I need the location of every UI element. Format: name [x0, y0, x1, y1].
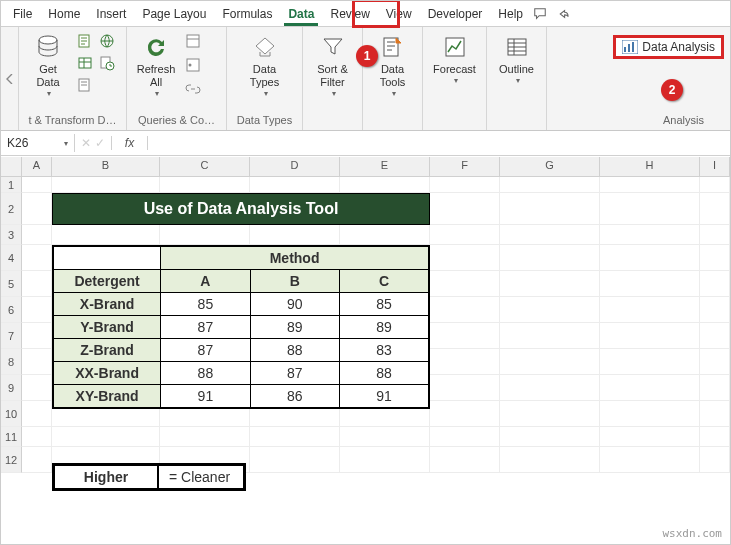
- tab-data[interactable]: Data: [280, 3, 322, 25]
- cell[interactable]: [22, 427, 52, 447]
- cell[interactable]: [600, 297, 700, 323]
- cell[interactable]: [22, 401, 52, 427]
- outline-button[interactable]: Outline ▾: [494, 31, 540, 87]
- cell[interactable]: [500, 349, 600, 375]
- cell[interactable]: [430, 297, 500, 323]
- note-right[interactable]: = Cleaner: [158, 465, 244, 489]
- cell[interactable]: [22, 177, 52, 193]
- cell[interactable]: [500, 271, 600, 297]
- col-A[interactable]: A: [22, 157, 52, 176]
- cell[interactable]: [340, 447, 430, 473]
- from-table-icon[interactable]: [75, 53, 95, 73]
- cell[interactable]: [500, 323, 600, 349]
- cell[interactable]: [500, 375, 600, 401]
- cell[interactable]: [700, 375, 730, 401]
- tab-help[interactable]: Help: [490, 3, 531, 25]
- data-types-button[interactable]: Data Types ▾: [242, 31, 288, 100]
- name-box[interactable]: K26 ▾: [1, 134, 75, 152]
- cell[interactable]: [430, 447, 500, 473]
- row-header-8[interactable]: 8: [1, 349, 22, 375]
- from-web-icon[interactable]: [97, 31, 117, 51]
- tab-file[interactable]: File: [5, 3, 40, 25]
- cell[interactable]: [22, 297, 52, 323]
- sort-filter-button[interactable]: Sort & Filter ▾: [310, 31, 356, 100]
- cell[interactable]: [430, 427, 500, 447]
- refresh-all-button[interactable]: Refresh All ▾: [133, 31, 179, 100]
- cell[interactable]: [700, 245, 730, 271]
- cell[interactable]: [22, 193, 52, 225]
- ribbon-scroll-left[interactable]: [1, 27, 19, 130]
- row-header-11[interactable]: 11: [1, 427, 22, 447]
- comments-icon[interactable]: [531, 5, 549, 23]
- cell[interactable]: [430, 271, 500, 297]
- cell[interactable]: [22, 323, 52, 349]
- select-all-corner[interactable]: [1, 157, 22, 176]
- cell[interactable]: [500, 177, 600, 193]
- cell[interactable]: [600, 193, 700, 225]
- tab-formulas[interactable]: Formulas: [214, 3, 280, 25]
- row-header-10[interactable]: 10: [1, 401, 22, 427]
- cell[interactable]: [22, 375, 52, 401]
- cell[interactable]: [22, 349, 52, 375]
- cell[interactable]: [700, 427, 730, 447]
- row-header-3[interactable]: 3: [1, 225, 22, 245]
- tab-developer[interactable]: Developer: [420, 3, 491, 25]
- cell[interactable]: [430, 177, 500, 193]
- cell[interactable]: [500, 427, 600, 447]
- cell[interactable]: [52, 177, 160, 193]
- cell[interactable]: [600, 245, 700, 271]
- data-analysis-button[interactable]: Data Analysis: [613, 35, 724, 59]
- row-header-5[interactable]: 5: [1, 271, 22, 297]
- cell[interactable]: [700, 193, 730, 225]
- col-D[interactable]: D: [250, 157, 340, 176]
- cell[interactable]: [600, 447, 700, 473]
- cell[interactable]: [700, 349, 730, 375]
- cell[interactable]: [22, 271, 52, 297]
- cell[interactable]: [700, 225, 730, 245]
- cell[interactable]: [340, 177, 430, 193]
- col-I[interactable]: I: [700, 157, 730, 176]
- data-tools-button[interactable]: Data Tools ▾: [370, 31, 416, 100]
- row-header-1[interactable]: 1: [1, 177, 22, 193]
- formula-input[interactable]: [148, 141, 730, 145]
- cell[interactable]: [600, 177, 700, 193]
- cell[interactable]: [52, 427, 160, 447]
- cell[interactable]: [500, 225, 600, 245]
- properties-icon[interactable]: [183, 55, 203, 75]
- col-C[interactable]: C: [160, 157, 250, 176]
- cell[interactable]: [700, 297, 730, 323]
- cell[interactable]: [700, 323, 730, 349]
- from-text-icon[interactable]: [75, 31, 95, 51]
- cell[interactable]: [500, 245, 600, 271]
- cell[interactable]: [700, 271, 730, 297]
- cell[interactable]: [700, 177, 730, 193]
- cell[interactable]: [160, 427, 250, 447]
- cell[interactable]: [430, 401, 500, 427]
- cell[interactable]: [600, 427, 700, 447]
- cell[interactable]: [340, 225, 430, 245]
- cell[interactable]: [430, 193, 500, 225]
- cell[interactable]: [340, 427, 430, 447]
- forecast-button[interactable]: Forecast ▾: [432, 31, 478, 87]
- col-H[interactable]: H: [600, 157, 700, 176]
- row-header-2[interactable]: 2: [1, 193, 22, 225]
- cell[interactable]: [160, 225, 250, 245]
- cell[interactable]: [430, 225, 500, 245]
- cell[interactable]: [250, 427, 340, 447]
- tab-pagelayout[interactable]: Page Layou: [134, 3, 214, 25]
- cell[interactable]: [430, 349, 500, 375]
- tab-insert[interactable]: Insert: [88, 3, 134, 25]
- col-B[interactable]: B: [52, 157, 160, 176]
- cell[interactable]: [600, 323, 700, 349]
- cell[interactable]: [700, 401, 730, 427]
- row-header-9[interactable]: 9: [1, 375, 22, 401]
- cell[interactable]: [500, 193, 600, 225]
- note-left[interactable]: Higher: [54, 465, 158, 489]
- cell[interactable]: [600, 349, 700, 375]
- cell[interactable]: [250, 225, 340, 245]
- cell[interactable]: [700, 447, 730, 473]
- row-header-7[interactable]: 7: [1, 323, 22, 349]
- row-header-12[interactable]: 12: [1, 447, 22, 473]
- cell[interactable]: [22, 225, 52, 245]
- col-F[interactable]: F: [430, 157, 500, 176]
